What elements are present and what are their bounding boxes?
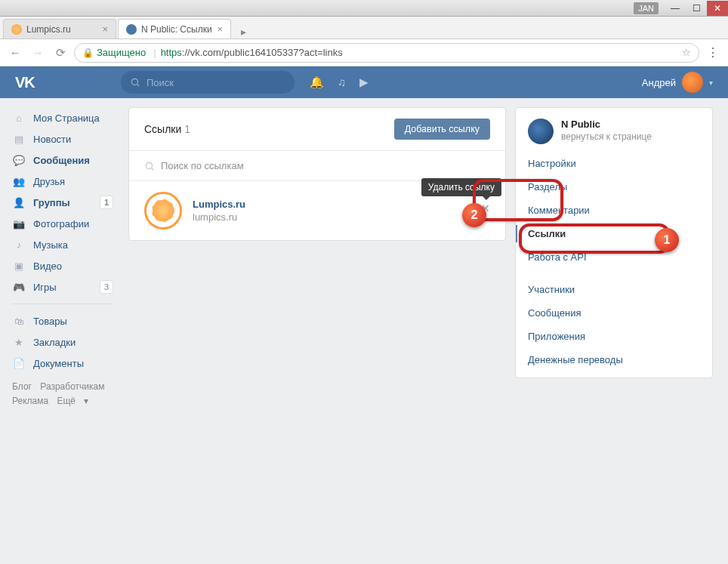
svg-line-1 — [137, 84, 139, 86]
sidebar-item-video[interactable]: ▣Видео — [6, 255, 119, 276]
link-title[interactable]: Lumpics.ru — [193, 199, 245, 210]
links-panel: Ссылки 1 Добавить ссылку Поиск по ссылка… — [128, 107, 506, 241]
new-tab-button[interactable]: ▸ — [236, 25, 251, 39]
tab-title: Lumpics.ru — [26, 24, 71, 35]
window-titlebar: JAN — ☐ ✕ — [0, 0, 728, 17]
browser-tab-strip: Lumpics.ru × N Public: Ссылки × ▸ — [0, 17, 728, 39]
user-menu[interactable]: Андрей ▾ — [642, 72, 713, 93]
link-avatar — [144, 192, 182, 230]
svg-point-2 — [146, 162, 152, 168]
link-item: Lumpics.ru lumpics.ru ✕ Удалить ссылку — [129, 181, 505, 240]
footer-more[interactable]: Ещё ▾ — [57, 396, 88, 406]
sidebar-badge: 3 — [100, 280, 113, 294]
sidebar-separator — [12, 304, 113, 304]
sidebar-item-label: Сообщения — [33, 155, 90, 166]
lock-icon: 🔒 — [82, 48, 94, 58]
market-icon: 🛍 — [12, 316, 26, 327]
svg-point-0 — [131, 79, 137, 85]
footer-dev[interactable]: Разработчикам — [40, 381, 104, 392]
user-name: Андрей — [642, 77, 676, 88]
vk-body: ⌂Моя Страница▤Новости💬Сообщения👥Друзья👤Г… — [0, 98, 728, 564]
links-count: 1 — [184, 123, 190, 135]
home-icon: ⌂ — [12, 112, 26, 124]
footer-blog[interactable]: Блог — [12, 381, 32, 392]
close-tab-icon[interactable]: × — [102, 23, 108, 35]
search-icon — [130, 77, 140, 88]
manage-nav-item[interactable]: Денежные переводы — [516, 348, 712, 371]
browser-menu-button[interactable]: ⋮ — [704, 45, 722, 60]
panel-header: Ссылки 1 Добавить ссылку — [129, 108, 505, 150]
window-close-button[interactable]: ✕ — [707, 1, 728, 16]
sidebar-item-label: Видео — [33, 260, 62, 272]
manage-nav-item[interactable]: Ссылки — [516, 222, 712, 245]
browser-tab-lumpics[interactable]: Lumpics.ru × — [3, 19, 116, 39]
header-icons: 🔔 ♫ ▶ — [310, 76, 369, 89]
sidebar-item-doc[interactable]: 📄Документы — [6, 353, 119, 374]
sidebar-item-label: Музыка — [33, 239, 68, 251]
bookmark-star-icon[interactable]: ☆ — [682, 47, 691, 58]
nav-reload-button[interactable]: ⟳ — [51, 44, 69, 62]
close-tab-icon[interactable]: × — [217, 23, 223, 35]
manage-nav-item[interactable]: Настройки — [516, 152, 712, 175]
sidebar-item-fav[interactable]: ★Закладки — [6, 331, 119, 353]
photo-icon: 📷 — [12, 218, 26, 230]
svg-line-3 — [151, 168, 153, 170]
secure-label: Защищено — [97, 47, 146, 58]
favicon-lumpics — [11, 24, 22, 35]
sidebar-item-label: Друзья — [33, 176, 65, 187]
manage-card: N Public вернуться к странице НастройкиР… — [515, 107, 713, 378]
extension-badge[interactable]: JAN — [634, 2, 659, 14]
sidebar-item-label: Новости — [33, 134, 71, 145]
sidebar-item-label: Закладки — [33, 337, 76, 348]
manage-nav-item[interactable]: Разделы — [516, 175, 712, 199]
manage-nav-item[interactable]: Комментарии — [516, 199, 712, 222]
news-icon: ▤ — [12, 134, 26, 145]
window-minimize-button[interactable]: — — [665, 1, 686, 16]
search-placeholder: Поиск по ссылкам — [161, 160, 244, 171]
manage-nav-item[interactable]: Работа с API — [516, 245, 712, 269]
nav-forward-button[interactable]: → — [29, 44, 47, 62]
sidebar-item-label: Группы — [33, 197, 70, 208]
sidebar-item-games[interactable]: 🎮Игры3 — [6, 276, 119, 297]
back-to-page-link[interactable]: вернуться к странице — [561, 131, 652, 142]
browser-toolbar: ← → ⟳ 🔒 Защищено | https://vk.com/public… — [0, 39, 728, 66]
search-input[interactable]: Поиск — [121, 71, 295, 94]
window-maximize-button[interactable]: ☐ — [686, 1, 707, 16]
links-search-input[interactable]: Поиск по ссылкам — [129, 150, 505, 181]
sidebar: ⌂Моя Страница▤Новости💬Сообщения👥Друзья👤Г… — [6, 107, 119, 564]
notifications-icon[interactable]: 🔔 — [310, 76, 324, 89]
play-icon[interactable]: ▶ — [359, 76, 369, 89]
music-icon[interactable]: ♫ — [338, 76, 346, 89]
sidebar-item-market[interactable]: 🛍Товары — [6, 310, 119, 331]
sidebar-item-news[interactable]: ▤Новости — [6, 128, 119, 149]
footer-ads[interactable]: Реклама — [12, 396, 48, 406]
address-bar[interactable]: 🔒 Защищено | https://vk.com/public164105… — [74, 43, 699, 63]
friends-icon: 👥 — [12, 176, 26, 187]
search-icon — [144, 161, 155, 171]
manage-nav-item[interactable]: Приложения — [516, 325, 712, 348]
browser-tab-vk[interactable]: N Public: Ссылки × — [118, 19, 231, 39]
link-subtitle: lumpics.ru — [193, 211, 245, 223]
msg-icon: 💬 — [12, 155, 26, 166]
sidebar-item-msg[interactable]: 💬Сообщения — [6, 149, 119, 171]
annotation-marker-1: 1 — [655, 228, 679, 252]
nav-back-button[interactable]: ← — [6, 44, 24, 62]
sidebar-item-music[interactable]: ♪Музыка — [6, 234, 119, 255]
vk-logo[interactable]: VK — [15, 74, 121, 91]
manage-nav-item[interactable]: Сообщения — [516, 301, 712, 325]
footer-links: Блог Разработчикам Реклама Ещё ▾ — [6, 374, 119, 415]
manage-nav-item[interactable]: Участники — [516, 278, 712, 301]
add-link-button[interactable]: Добавить ссылку — [394, 119, 490, 140]
sidebar-item-friends[interactable]: 👥Друзья — [6, 171, 119, 192]
annotation-marker-2: 2 — [462, 203, 486, 227]
community-name[interactable]: N Public — [561, 119, 652, 130]
favicon-vk — [126, 24, 137, 35]
sidebar-item-home[interactable]: ⌂Моя Страница — [6, 107, 119, 128]
url-text: https://vk.com/public164105337?act=links — [161, 47, 343, 58]
link-info: Lumpics.ru lumpics.ru — [193, 199, 245, 223]
sidebar-item-label: Моя Страница — [33, 112, 100, 124]
tab-title: N Public: Ссылки — [141, 24, 212, 35]
delete-tooltip: Удалить ссылку — [421, 178, 501, 196]
sidebar-item-groups[interactable]: 👤Группы1 — [6, 192, 119, 213]
sidebar-item-photo[interactable]: 📷Фотографии — [6, 213, 119, 234]
